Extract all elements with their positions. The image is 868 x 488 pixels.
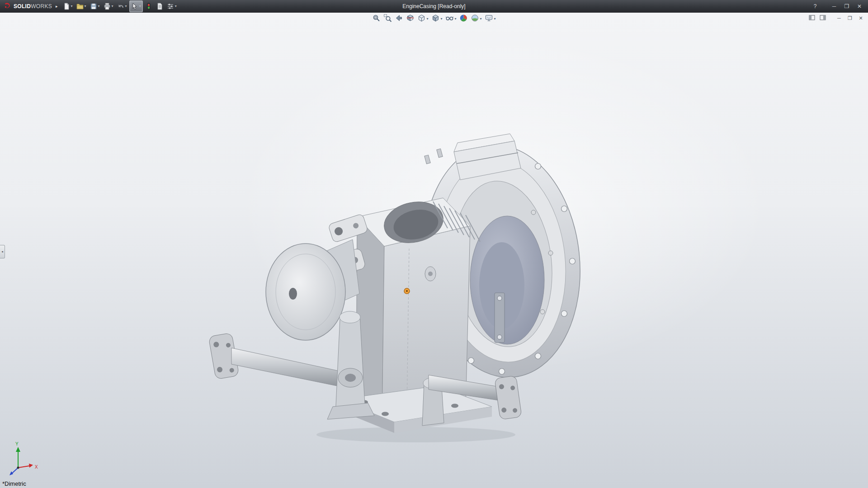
pane-left-icon: [809, 15, 815, 21]
pane-toggle-left-button[interactable]: [807, 14, 816, 22]
view-orientation-label: *Dimetric: [2, 480, 26, 487]
dropdown-arrow-icon[interactable]: ▾: [112, 5, 113, 8]
triad-y-label: Y: [15, 441, 19, 446]
dropdown-arrow-icon[interactable]: ▾: [125, 5, 127, 8]
pane-right-icon: [820, 15, 826, 21]
new-document-icon: [63, 3, 70, 10]
triad-x-label: X: [35, 465, 38, 469]
doc-minimize-button[interactable]: ─: [835, 14, 844, 22]
graphics-area[interactable]: ▾ ▾ ▾ ▾ ▾ ─ ❐ ✕: [0, 13, 868, 488]
view-orientation-cube-icon: [417, 14, 425, 24]
apply-scene-globe-icon: [471, 14, 479, 24]
apply-scene-button[interactable]: ▾: [470, 14, 483, 24]
zoom-to-area-button[interactable]: [382, 14, 392, 24]
undo-icon: [117, 3, 124, 10]
engine-casing-model[interactable]: [0, 13, 868, 488]
document-window-controls: ─ ❐ ✕: [807, 14, 865, 22]
doc-restore-button[interactable]: ❐: [845, 14, 854, 22]
select-cursor-icon: [131, 3, 138, 10]
rebuild-button[interactable]: [144, 1, 154, 12]
dropdown-arrow-icon[interactable]: ▾: [494, 17, 496, 21]
pane-toggle-right-button[interactable]: [818, 14, 827, 22]
hide-show-glasses-icon: [445, 14, 453, 24]
dropdown-arrow-icon[interactable]: ▾: [85, 5, 86, 8]
heads-up-view-toolbar: ▾ ▾ ▾ ▾ ▾: [371, 14, 496, 24]
triad-z-axis: [12, 468, 18, 473]
brand-text: SOLIDWORKS: [14, 3, 52, 9]
standard-toolbar: ▾ ▾ ▾ ▾ ▾ ▾ ▾: [61, 0, 178, 12]
zoom-to-area-icon: [383, 14, 392, 24]
save-icon: [90, 3, 97, 10]
open-folder-icon: [76, 3, 84, 10]
help-button[interactable]: ?: [809, 1, 821, 11]
print-icon: [104, 3, 111, 10]
zoom-to-fit-icon: [372, 14, 380, 24]
edit-appearance-ball-icon: [460, 14, 468, 24]
dropdown-arrow-icon[interactable]: ▾: [71, 5, 73, 8]
display-style-cube-icon: [431, 14, 439, 24]
solidworks-logo-icon: [4, 2, 11, 11]
orientation-triad: Y X: [2, 441, 43, 480]
app-minimize-button[interactable]: ─: [828, 1, 840, 11]
edit-appearance-button[interactable]: [459, 14, 469, 24]
section-view-icon: [406, 14, 414, 24]
solidworks-logo: SOLIDWORKS: [0, 2, 54, 11]
app-close-button[interactable]: ✕: [854, 1, 865, 11]
titlebar: SOLIDWORKS ▸ ▾ ▾ ▾ ▾ ▾ ▾: [0, 0, 868, 13]
doc-close-button[interactable]: ✕: [856, 14, 865, 22]
open-button[interactable]: ▾: [75, 1, 88, 12]
options-button[interactable]: ▾: [165, 1, 178, 12]
triad-x-axis: [18, 466, 29, 468]
print-button[interactable]: ▾: [102, 1, 115, 12]
dropdown-arrow-icon[interactable]: ▾: [454, 17, 456, 21]
display-style-button[interactable]: ▾: [430, 14, 443, 24]
dropdown-arrow-icon[interactable]: ▾: [98, 5, 100, 8]
model-shadow: [316, 427, 515, 442]
dropdown-arrow-icon[interactable]: ▾: [139, 5, 141, 8]
file-properties-icon: [156, 3, 163, 10]
options-icon: [167, 3, 174, 10]
dropdown-arrow-icon[interactable]: ▾: [175, 5, 177, 8]
dropdown-arrow-icon[interactable]: ▾: [440, 17, 442, 21]
dropdown-arrow-icon[interactable]: ▾: [480, 17, 482, 21]
rebuild-stoplight-icon: [145, 3, 152, 10]
menu-expand-arrow-icon[interactable]: ▸: [56, 4, 58, 9]
view-orientation-button[interactable]: ▾: [416, 14, 429, 24]
dropdown-arrow-icon[interactable]: ▾: [426, 17, 428, 21]
app-restore-button[interactable]: ❐: [841, 1, 853, 11]
view-settings-button[interactable]: ▾: [484, 14, 497, 24]
new-document-button[interactable]: ▾: [61, 1, 74, 12]
previous-view-icon: [395, 14, 403, 24]
select-button[interactable]: ▾: [129, 0, 143, 12]
undo-button[interactable]: ▾: [116, 1, 128, 12]
hide-show-items-button[interactable]: ▾: [444, 14, 457, 24]
app-window-controls: ? ─ ❐ ✕: [809, 1, 868, 11]
featuremanager-collapsed-tab[interactable]: ◂: [0, 245, 5, 258]
view-settings-icon: [485, 14, 493, 24]
selection-marker[interactable]: [404, 288, 410, 294]
save-button[interactable]: ▾: [89, 1, 101, 12]
zoom-to-fit-button[interactable]: [371, 14, 381, 24]
previous-view-button[interactable]: [394, 14, 404, 24]
document-title: EngineCasing [Read-only]: [402, 0, 465, 13]
file-properties-button[interactable]: [155, 1, 165, 12]
left-shaft[interactable]: [208, 333, 341, 387]
section-view-button[interactable]: [405, 14, 415, 24]
